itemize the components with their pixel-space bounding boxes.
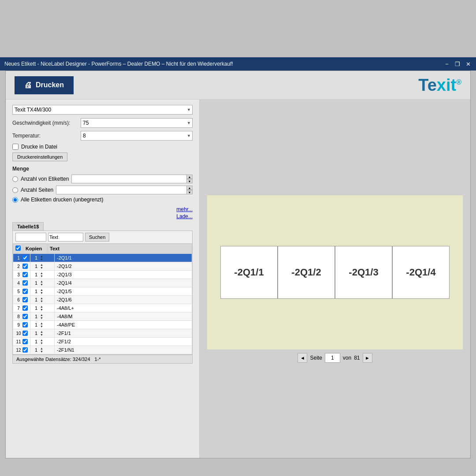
row-num: 10	[15, 331, 22, 336]
kopien-up[interactable]: ▲	[40, 330, 43, 333]
table-row: 6 1 ▲ ▼ -2Q1/6	[13, 296, 192, 304]
row-num: 9	[15, 323, 22, 327]
row-checkbox[interactable]	[22, 272, 28, 277]
kopien-up[interactable]: ▲	[40, 313, 43, 316]
anzahl-etiketten-up[interactable]: ▲	[186, 175, 193, 179]
kopien-value: 1	[33, 322, 40, 327]
druckereinstellungen-button[interactable]: Druckereinstellungen	[12, 152, 67, 161]
kopien-up[interactable]: ▲	[40, 322, 43, 325]
pagination-bar: ◄ Seite von 81 ►	[298, 353, 372, 363]
kopien-up[interactable]: ▲	[40, 255, 43, 258]
printer-select[interactable]: Texit TX4M/300	[12, 105, 193, 115]
kopien-cell: 1 ▲ ▼	[33, 263, 52, 269]
kopien-up[interactable]: ▲	[40, 338, 43, 342]
table-row: 10 1 ▲ ▼ -2F1/1	[13, 329, 192, 338]
kopien-down[interactable]: ▼	[40, 300, 43, 303]
next-page-button[interactable]: ►	[363, 353, 372, 363]
drucke-in-datei-checkbox[interactable]	[12, 144, 19, 150]
anzahl-etiketten-input[interactable]	[71, 175, 193, 183]
label-previews: -2Q1/1-2Q1/2-2Q1/3-2Q1/4	[220, 246, 450, 299]
kopien-down[interactable]: ▼	[40, 316, 43, 320]
kopien-up[interactable]: ▲	[40, 263, 43, 266]
kopien-up[interactable]: ▲	[40, 288, 43, 291]
text-value: -2F1/N1	[55, 346, 192, 354]
minimize-button[interactable]: −	[443, 61, 450, 67]
text-value: -4A8/PE	[55, 321, 192, 329]
row-checkbox[interactable]	[22, 297, 28, 302]
drucken-button[interactable]: 🖨 Drucken	[15, 76, 74, 94]
text-value: -4A8/M	[55, 312, 192, 321]
row-num: 6	[15, 298, 22, 302]
lade-link[interactable]: Lade...	[12, 213, 193, 219]
row-checkbox[interactable]	[22, 314, 28, 319]
kopien-down[interactable]: ▼	[40, 291, 43, 294]
kopien-up[interactable]: ▲	[40, 305, 43, 308]
row-num: 4	[15, 281, 22, 286]
select-all-checkbox[interactable]	[15, 245, 21, 251]
kopien-down[interactable]: ▼	[40, 258, 43, 261]
row-checkbox[interactable]	[22, 264, 28, 269]
prev-page-button[interactable]: ◄	[298, 353, 307, 363]
kopien-up[interactable]: ▲	[40, 347, 43, 350]
row-checkbox[interactable]	[22, 347, 28, 353]
anzahl-etiketten-down[interactable]: ▼	[186, 179, 193, 183]
anzahl-seiten-input[interactable]	[56, 186, 193, 194]
printer-select-row: Texit TX4M/300	[12, 105, 193, 115]
close-button[interactable]: ✕	[465, 61, 472, 67]
anzahl-seiten-down[interactable]: ▼	[186, 190, 193, 194]
mehr-link[interactable]: mehr...	[12, 206, 193, 212]
row-num: 12	[15, 348, 22, 353]
kopien-up[interactable]: ▲	[40, 280, 43, 283]
app-header: 🖨 Drucken Texit®	[6, 71, 470, 100]
temperatur-row: Temperatur: 8	[12, 131, 193, 141]
text-value: -2Q1/5	[55, 287, 192, 296]
table-row: 7 1 ▲ ▼ -4A8/L+	[13, 304, 192, 312]
search-field-input[interactable]	[15, 233, 46, 242]
row-checkbox[interactable]	[22, 322, 28, 327]
kopien-value: 1	[33, 255, 40, 260]
row-checkbox[interactable]	[22, 331, 28, 336]
anzahl-seiten-up[interactable]: ▲	[186, 186, 193, 190]
kopien-cell: 1 ▲ ▼	[33, 338, 52, 345]
restore-button[interactable]: ❐	[454, 61, 461, 67]
row-checkbox[interactable]	[22, 280, 28, 286]
kopien-value: 1	[33, 297, 40, 302]
title-bar-controls: − ❐ ✕	[443, 61, 472, 67]
kopien-down[interactable]: ▼	[40, 283, 43, 286]
table-scroll-wrapper: 1 1 ▲ ▼ -2Q1/1 2 1 ▲ ▼ -2Q1/2 3 1 ▲ ▼ -2…	[13, 253, 192, 354]
kopien-down[interactable]: ▼	[40, 308, 43, 311]
suchen-button[interactable]: Suchen	[85, 233, 109, 242]
kopien-up[interactable]: ▲	[40, 297, 43, 300]
alle-etiketten-radio[interactable]	[12, 197, 18, 203]
title-bar-text: Neues Etikett - NiceLabel Designer - Pow…	[4, 61, 233, 67]
geschwindigkeit-select[interactable]: 75	[81, 118, 193, 128]
kopien-down[interactable]: ▼	[40, 333, 43, 336]
kopien-down[interactable]: ▼	[40, 266, 43, 269]
text-value: -2Q1/6	[55, 296, 192, 304]
content-area: Texit TX4M/300 Geschwindigkeit (mm/s): 7…	[6, 100, 470, 458]
search-type-select[interactable]: Text	[48, 233, 83, 242]
row-num: 11	[15, 339, 22, 344]
anzahl-seiten-radio[interactable]	[12, 187, 18, 193]
kopien-down[interactable]: ▼	[40, 342, 43, 345]
kopien-down[interactable]: ▼	[40, 350, 43, 353]
text-value: -4A8/L+	[55, 304, 192, 312]
row-checkbox[interactable]	[22, 255, 28, 260]
anzahl-etiketten-radio[interactable]	[12, 176, 18, 182]
label-preview-item: -2Q1/1	[220, 246, 278, 299]
table-row: 11 1 ▲ ▼ -2F1/2	[13, 338, 192, 346]
row-checkbox[interactable]	[22, 305, 28, 311]
th-text: Text	[48, 244, 192, 253]
kopien-down[interactable]: ▼	[40, 275, 43, 278]
kopien-down[interactable]: ▼	[40, 325, 43, 328]
menge-section: Menge Anzahl von Etiketten ▲ ▼ Anzahl Se	[12, 166, 193, 203]
page-number-input[interactable]	[325, 353, 340, 363]
tabelle-tab[interactable]: Tabelle1$	[12, 222, 44, 231]
logo-text-light: xit	[437, 76, 456, 94]
kopien-up[interactable]: ▲	[40, 271, 43, 275]
row-checkbox[interactable]	[22, 339, 28, 344]
temperatur-select[interactable]: 8	[81, 131, 193, 141]
anzahl-seiten-label: Anzahl Seiten	[21, 187, 53, 193]
logo-reg: ®	[456, 78, 461, 86]
row-checkbox[interactable]	[22, 289, 28, 294]
